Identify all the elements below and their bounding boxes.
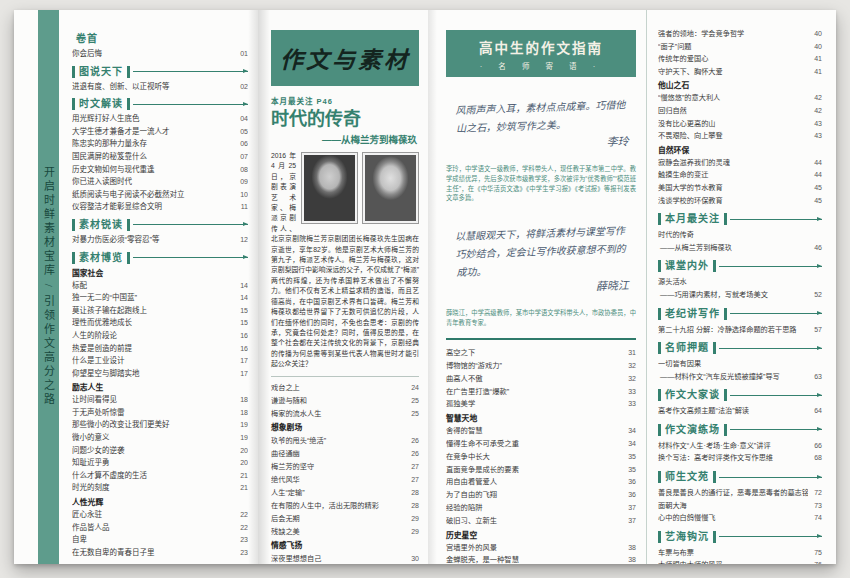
toc-page-number: 38 bbox=[622, 542, 636, 555]
toc-page-number: 32 bbox=[622, 373, 636, 386]
toc-item: 经验的陷阱37 bbox=[446, 502, 636, 515]
toc-item-title: 仰望星空与脚踏实地 bbox=[72, 368, 234, 381]
focus-label: 本月最关注 P46 bbox=[271, 95, 419, 106]
toc-item: 作品皆人品22 bbox=[72, 522, 248, 535]
toc-page-number: 05 bbox=[234, 126, 248, 139]
toc-item-title: 材料作文“人生·考场·生命·意义”讲评 bbox=[658, 440, 808, 453]
spine-strip: 开启时鲜素材宝库 / 引领作文高分之路 bbox=[38, 10, 59, 564]
mentor-column: 高中生的作文指南 · 名 师 寄 语 · 风雨声声入耳，素材点点成章。巧借他山之… bbox=[428, 10, 646, 564]
toc-item: 曲径通幽26 bbox=[271, 447, 419, 460]
toc-page-number: 42 bbox=[808, 105, 822, 118]
toc-item-title: 用自由看管爱人 bbox=[446, 476, 622, 489]
feature-subtitle: ——从梅兰芳到梅葆玖 bbox=[271, 132, 417, 146]
toc-item-title: 进退有度、创新、以正视听等 bbox=[72, 81, 234, 94]
mentor1-bio: 李玲，中学语文一级教师，学科带头人，现任教于某市第二中学。教学成绩优异，先后多次… bbox=[446, 164, 636, 203]
toc-page-number: 26 bbox=[405, 434, 419, 447]
toc-item-title: 大学生德才兼备才是一流人才 bbox=[72, 126, 234, 139]
toc-item: 心中的白鸽慢慢飞74 bbox=[658, 512, 822, 525]
toc-page-number: 66 bbox=[808, 440, 822, 453]
section-arrow-line bbox=[133, 224, 248, 225]
toc-item: 理性而优雅地成长15 bbox=[72, 317, 248, 330]
toc-item: 残缺之美29 bbox=[271, 525, 419, 538]
magazine-title: 作文与素材 bbox=[280, 41, 410, 75]
toc-item-title: 换个写法：高考时评类作文写作思维 bbox=[658, 452, 808, 465]
toc-subsection-heading: 励志人生 bbox=[72, 381, 248, 394]
toc-page-number: 23 bbox=[234, 547, 248, 556]
toc-item-title: 自卑 bbox=[72, 534, 234, 547]
mentor1-signature: 李玲 bbox=[456, 133, 635, 157]
section-arrow-line bbox=[730, 313, 822, 314]
toc-page-number: 16 bbox=[234, 330, 248, 343]
toc-page-number: 12 bbox=[234, 234, 248, 247]
toc-item-title: 问题少女的逆袭 bbox=[72, 445, 234, 458]
toc-item-title: 时代的传奇 bbox=[658, 229, 822, 242]
toc-page-number: 73 bbox=[808, 500, 822, 513]
toc-subsection-heading: 智慧天地 bbox=[446, 412, 636, 425]
green-rule bbox=[446, 338, 636, 341]
toc-item: 在有限的人生中，活出无限的精彩28 bbox=[271, 499, 419, 512]
toc-item: 用光辉打好人生底色04 bbox=[72, 113, 248, 126]
toc-section-header: 素材锐读 bbox=[72, 219, 248, 231]
mentor2-bio: 薛晓江，中学高级教师，某市中学语文学科带头人，市政协委员，中青年教育专家。 bbox=[446, 308, 636, 328]
toc-item: 时代的传奇 bbox=[658, 229, 822, 242]
toc-item: 让时间看得见18 bbox=[72, 394, 248, 407]
toc-item: 守护天下、胸怀大爱41 bbox=[658, 66, 822, 79]
toc-item-title: 作品皆人品 bbox=[72, 522, 234, 535]
toc-page-number: 24 bbox=[405, 381, 419, 394]
toc-item-title: 美国大学的节水教育 bbox=[658, 182, 808, 195]
toc-item-title: 后会无期 bbox=[271, 512, 405, 525]
toc-item: 对暴力伤医必须“零容忍”等12 bbox=[72, 234, 248, 247]
toc-page-number: 14 bbox=[234, 280, 248, 293]
toc-item: 材料作文“人生·考场·生命·意义”讲评66 bbox=[658, 440, 822, 453]
right-page-right-toc: 强者的领地：学会竞争哲学40“面子”问题40传统年的爱国心41守护天下、胸怀大爱… bbox=[646, 10, 836, 564]
toc-page-number: 26 bbox=[405, 447, 419, 460]
toc-item: 国民满屏的秘笈靠什么07 bbox=[72, 151, 248, 164]
toc-page-number: 44 bbox=[808, 157, 822, 170]
toc-section-header: 图说天下 bbox=[72, 66, 248, 78]
toc-item: 懂得生命不可承受之重34 bbox=[446, 438, 636, 451]
magazine-title-banner: 作文与素材 bbox=[271, 30, 419, 86]
toc-item: 匠心永驻22 bbox=[72, 509, 248, 522]
mentor2-quote: 以慧眼观天下，将鲜活素材与课堂写作巧妙结合，定会让写作收获意想不到的成功。 bbox=[455, 225, 626, 278]
toc-item: 热爱是创造的前提16 bbox=[72, 343, 248, 356]
toc-item-subtitle-row: ——材料作文“汽车反光镜被撞掉”导写63 bbox=[658, 371, 822, 384]
section-arrow-line bbox=[133, 71, 248, 72]
toc-page-number: 33 bbox=[622, 398, 636, 411]
toc-item: 寂静会滋养我们的灵魂44 bbox=[658, 157, 822, 170]
toc-item-title: 戏台之上 bbox=[271, 381, 405, 394]
toc-section-header: 老纪讲写作 bbox=[658, 308, 822, 320]
toc-item-title: 高空之下 bbox=[446, 347, 622, 360]
toc-item-title: 热爱是创造的前提 bbox=[72, 343, 234, 356]
toc-item-title: 于无声处听惊雷 bbox=[72, 407, 234, 420]
toc-item-title: 标配 bbox=[72, 280, 234, 293]
photo-mei-baojiu bbox=[362, 152, 419, 224]
toc-item: 人生的阶段论16 bbox=[72, 330, 248, 343]
toc-item-title: 没有比心更高的山 bbox=[658, 118, 808, 131]
toc-page-number: 68 bbox=[808, 452, 822, 465]
toc-item: 换个写法：高考时评类作文写作思维68 bbox=[658, 452, 822, 465]
toc-item: 梅家的流水人生25 bbox=[271, 407, 419, 420]
toc-page-number: 75 bbox=[808, 547, 822, 560]
toc-item-title: 梅家的流水人生 bbox=[271, 407, 405, 420]
toc-subsection-heading: 想象剧场 bbox=[271, 421, 419, 434]
toc-page-number: 16 bbox=[234, 343, 248, 356]
spine-slogan: 开启时鲜素材宝库 / 引领作文高分之路 bbox=[41, 166, 57, 408]
toc-section-title: 艺海钩沉 bbox=[658, 531, 716, 543]
toc-item-subtitle: ——从梅兰芳到梅葆玖 bbox=[658, 242, 808, 255]
guide-header-box: 高中生的作文指南 · 名 师 寄 语 · bbox=[446, 30, 636, 77]
toc-item-title: 破旧习、立新生 bbox=[446, 515, 622, 528]
toc-page-number: 27 bbox=[405, 460, 419, 473]
toc-item-title: 你会后悔 bbox=[72, 48, 234, 61]
toc-page-number: 25 bbox=[405, 407, 419, 420]
toc-item: 梅兰芳的坚守27 bbox=[271, 460, 419, 473]
toc-section-title: 卷首 bbox=[72, 33, 102, 45]
toc-item-title: 时光的刻度 bbox=[72, 482, 234, 495]
toc-page-number: 46 bbox=[808, 242, 822, 255]
toc-page-number: 04 bbox=[234, 113, 248, 126]
feature-article: 2016年4月25日，京剧表演艺术家、梅派京剧传人、北京京剧院梅兰芳京剧团团长梅… bbox=[271, 151, 419, 370]
toc-section-header: 素材博览 bbox=[72, 252, 248, 264]
section-arrow-line bbox=[133, 104, 248, 105]
toc-page-number: 15 bbox=[234, 305, 248, 318]
toc-page-number: 41 bbox=[808, 53, 822, 66]
toc-page-number: 19 bbox=[234, 419, 248, 432]
